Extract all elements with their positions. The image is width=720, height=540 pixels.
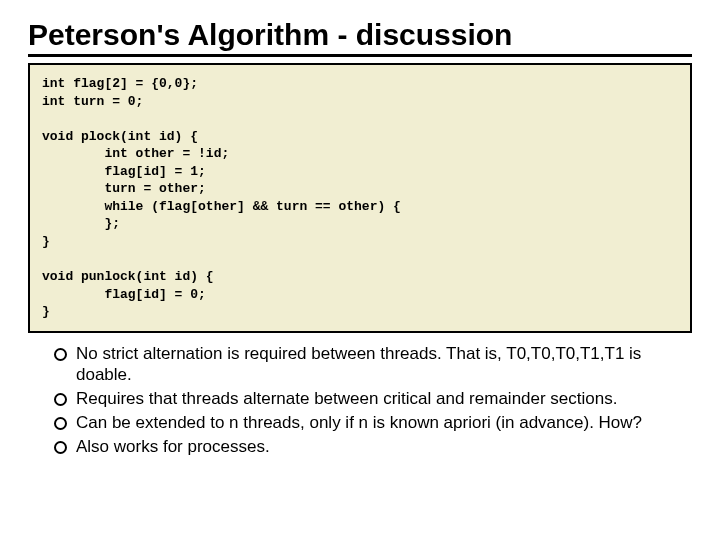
list-item: Requires that threads alternate between … bbox=[76, 388, 672, 410]
list-item: Also works for processes. bbox=[76, 436, 672, 458]
list-item: No strict alternation is required betwee… bbox=[76, 343, 672, 387]
code-block: int flag[2] = {0,0}; int turn = 0; void … bbox=[28, 63, 692, 333]
list-item: Can be extended to n threads, only if n … bbox=[76, 412, 672, 434]
page-title: Peterson's Algorithm - discussion bbox=[28, 18, 692, 57]
bullet-list: No strict alternation is required betwee… bbox=[28, 343, 692, 458]
slide: Peterson's Algorithm - discussion int fl… bbox=[0, 0, 720, 540]
